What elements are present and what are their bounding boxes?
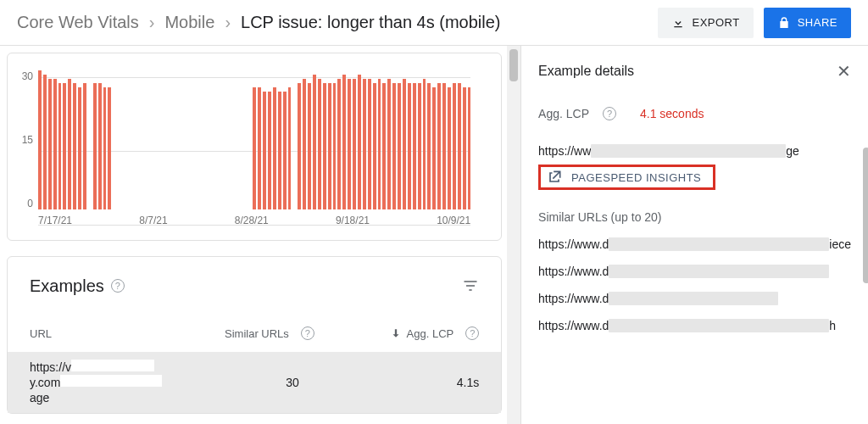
agg-lcp-value: 4.1 seconds [640,107,704,120]
y-axis: 30 15 0 [14,70,38,209]
agg-lcp-label: Agg. LCP [538,107,589,120]
url-fragment: https://www.d [538,319,609,332]
chart-bar [463,87,466,209]
col-agg-label: Agg. LCP [407,327,454,340]
chart-bar [308,83,311,209]
pagespeed-insights-button[interactable]: PAGESPEED INSIGHTS [538,165,715,190]
chart-bar [38,70,42,209]
col-agg[interactable]: Agg. LCP ? [360,326,479,340]
chart-bar [392,83,396,209]
chart-bar [258,87,261,209]
redacted-segment [609,237,829,251]
breadcrumb[interactable]: Core Web Vitals › Mobile › LCP issue: lo… [17,13,501,32]
chart-bar [448,87,451,209]
chart-bar [103,87,107,209]
table-row[interactable]: https://v y.com age 30 4.1s [8,352,501,413]
examples-header: Examples ? [30,267,479,304]
chart-bar [283,92,287,209]
chart-bar [368,79,371,209]
redacted-segment [609,319,829,332]
share-button[interactable]: SHARE [764,8,851,38]
chart-bar [468,87,471,209]
redacted-segment [60,375,162,387]
similar-urls-list: https://www.diecehttps://www.dhttps://ww… [538,237,851,332]
open-in-icon [546,169,563,186]
chart-bar [73,83,76,209]
top-bar: Core Web Vitals › Mobile › LCP issue: lo… [0,0,868,46]
help-icon[interactable]: ? [465,326,479,340]
url-fragment: https://v [30,360,71,374]
chart-bar [373,83,376,209]
bar-chart: 30 15 0 7/17/21 8/7/21 8/28/21 9/18/21 1… [14,70,479,232]
chart-bar [108,87,111,209]
redacted-segment [591,144,786,158]
url-fragment: https://www.d [538,237,609,251]
url-fragment: ge [786,144,799,158]
chart-bar [53,79,57,209]
chart-bar [93,83,97,209]
x-axis: 7/17/21 8/7/21 8/28/21 9/18/21 10/9/21 [38,215,470,232]
breadcrumb-item-root[interactable]: Core Web Vitals [17,13,139,32]
filter-icon[interactable] [462,277,479,294]
chart-bar [48,79,52,209]
x-tick: 8/7/21 [139,215,167,232]
chart-bar [442,83,446,209]
chart-bar [303,79,306,209]
chart-bar [413,83,416,209]
url-fragment: age [30,391,49,404]
chart-bar [382,83,386,209]
breadcrumb-item-current: LCP issue: longer than 4s (mobile) [241,13,500,32]
chart-bar [408,83,411,209]
similar-url-item[interactable]: https://www.diece [538,237,851,251]
redacted-segment [609,292,778,305]
redacted-segment [609,265,829,278]
similar-url-item[interactable]: https://www.dh [538,319,851,332]
left-column: 30 15 0 7/17/21 8/7/21 8/28/21 9/18/21 1… [0,46,507,424]
panel-header: Example details ✕ [538,61,851,81]
chart-bar [298,83,301,209]
x-tick: 10/9/21 [437,215,470,232]
panel-main-url[interactable]: https://ww ge [538,144,851,158]
examples-title: Examples [30,276,104,296]
breadcrumb-item-mobile[interactable]: Mobile [164,13,214,32]
y-tick: 15 [22,134,33,146]
help-icon[interactable]: ? [301,326,314,340]
similar-url-item[interactable]: https://www.d [538,292,851,305]
scrollbar-thumb[interactable] [863,148,868,283]
export-button[interactable]: EXPORT [658,8,753,38]
chart-bar [458,83,461,209]
chart-bar [263,92,266,209]
col-similar: Similar URLs ? [225,326,360,340]
body: 30 15 0 7/17/21 8/7/21 8/28/21 9/18/21 1… [0,46,868,424]
table-header: URL Similar URLs ? Agg. LCP ? [30,326,479,340]
url-fragment: y.com [30,376,60,389]
chart-bar [68,79,71,209]
chart-bar [313,75,316,209]
chart-bar [423,79,426,209]
sort-desc-icon [390,327,402,339]
chart-bar [83,83,86,209]
example-details-panel: Example details ✕ Agg. LCP ? 4.1 seconds… [520,46,868,424]
chart-bar [333,83,337,209]
similar-url-item[interactable]: https://www.d [538,265,851,278]
row-agg: 4.1s [360,376,479,389]
chart-bar [278,92,281,209]
chevron-right-icon: › [225,13,231,32]
agg-lcp-row: Agg. LCP ? 4.1 seconds [538,107,851,120]
help-icon[interactable]: ? [111,279,125,293]
help-icon[interactable]: ? [603,107,616,120]
chart-bar [328,83,331,209]
x-tick: 8/28/21 [235,215,269,232]
chart-bar [43,75,47,209]
chart-bar [288,87,292,209]
similar-urls-heading: Similar URLs (up to 20) [538,210,851,224]
scrollbar-thumb[interactable] [509,49,518,81]
chart-bar [98,83,102,209]
chart-bar [78,87,81,209]
chart-bar [363,79,366,209]
chart-bar [268,92,271,209]
close-icon[interactable]: ✕ [837,61,851,81]
chevron-right-icon: › [149,13,155,32]
scrollbar[interactable] [507,46,520,424]
chart-bar [318,79,321,209]
